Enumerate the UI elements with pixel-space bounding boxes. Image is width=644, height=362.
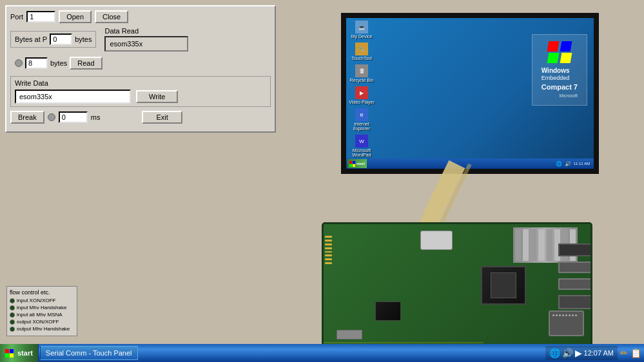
read-bytes-input[interactable]: [25, 57, 48, 69]
circuit-board: [322, 222, 592, 348]
data-read-box: esom335x: [104, 36, 188, 52]
exit-button[interactable]: Exit: [142, 111, 182, 124]
write-data-section: Write Data Write: [10, 76, 271, 107]
data-read-label: Data Read: [104, 27, 139, 35]
write-data-input[interactable]: [15, 90, 131, 104]
desktop-icons: 💻 My Device 🔧 TouchTool 🗑 Recycle Bin ▶ …: [349, 21, 375, 169]
main-chip: [481, 266, 526, 305]
monitor-desktop: 💻 My Device 🔧 TouchTool 🗑 Recycle Bin ▶ …: [346, 18, 594, 169]
wifi-module: [420, 231, 453, 250]
system-tray: 🌐 🔊 ▶ 12:07 AM: [545, 346, 618, 360]
flow-item-3: input alt Mhv MSNA: [10, 312, 74, 318]
bytes-at-label: Bytes at P: [15, 35, 47, 43]
vga-port: [549, 310, 584, 336]
write-data-label: Write Data: [15, 79, 266, 87]
flow-led-4: [10, 319, 15, 325]
ports-right: [558, 243, 590, 309]
write-button[interactable]: Write: [136, 90, 178, 103]
flow-label-3: input alt Mhv MSNA: [17, 312, 63, 318]
break-button[interactable]: Break: [10, 111, 44, 124]
desktop-icon-video: ▶ Video Player: [349, 86, 375, 104]
break-row: Break ms Exit: [10, 111, 271, 124]
monitor-win-branding: Windows Embedded Compact 7 Microsoft: [532, 34, 587, 106]
flow-item-4: output XON/XOFF: [10, 319, 74, 325]
read-button[interactable]: Read: [70, 57, 102, 70]
start-button[interactable]: start: [0, 344, 39, 362]
port-input[interactable]: [26, 11, 55, 23]
clock-display: 12:07 AM: [584, 349, 614, 357]
monitor-win-compact: Compact 7: [542, 82, 578, 91]
copy-tray-icon: 📋: [630, 348, 641, 358]
taskbar: start Serial Comm - Touch Panel 🌐 🔊 ▶ 12…: [0, 344, 644, 362]
start-logo: [5, 349, 14, 357]
desktop-icon-wordpad: W Microsoft WordPad: [349, 135, 375, 157]
port-row: Port Open Close: [10, 10, 271, 23]
flow-led-1: [10, 298, 15, 303]
flow-control-title: flow control etc.: [10, 289, 74, 296]
arrow-tray-icon: ▶: [575, 348, 582, 357]
flow-item-2: input Mhv Handshake: [10, 305, 74, 310]
break-indicator: [48, 113, 55, 121]
bytes-at-row: Bytes at P bytes Data Read esom335x: [10, 27, 271, 52]
close-button[interactable]: Close: [95, 10, 128, 23]
flow-led-3: [10, 312, 15, 318]
flow-led-5: [10, 327, 15, 332]
edit-tray-icon: ✏: [620, 348, 628, 358]
flow-led-2: [10, 305, 15, 310]
desktop-icon-touchtool: 🔧 TouchTool: [349, 43, 375, 61]
monitor-screen: 💻 My Device 🔧 TouchTool 🗑 Recycle Bin ▶ …: [341, 13, 599, 174]
monitor-win-brand: Microsoft: [542, 93, 578, 99]
taskbar-right: 🌐 🔊 ▶ 12:07 AM ✏ 📋: [545, 344, 644, 362]
usb-port-1: [558, 262, 590, 273]
speaker-tray-icon: 🔊: [562, 348, 573, 357]
bytes-at-input[interactable]: [50, 33, 72, 45]
open-button[interactable]: Open: [59, 10, 92, 23]
left-connectors: [324, 234, 333, 266]
small-chip: [375, 301, 401, 321]
desktop-icon-recycle: 🗑 Recycle Bin: [349, 64, 375, 82]
flow-item-1: input XON/XOFF: [10, 298, 74, 303]
flow-label-2: input Mhv Handshake: [17, 305, 66, 310]
start-label: start: [17, 349, 33, 357]
flow-label-4: output XON/XOFF: [17, 319, 59, 325]
taskbar-app-label: Serial Comm - Touch Panel: [46, 349, 132, 357]
hdmi-port: [558, 243, 590, 256]
network-tray-icon: 🌐: [549, 348, 560, 357]
desktop-icon-mydevice: 💻 My Device: [349, 21, 375, 39]
flow-label-1: input XON/XOFF: [17, 298, 55, 303]
port-label: Port: [10, 13, 23, 21]
flow-label-5: output Mhv Handshake: [17, 326, 70, 332]
bytes-unit: bytes: [75, 35, 92, 43]
monitor-win-embedded: Embedded: [542, 75, 578, 82]
monitor-area: 💻 My Device 🔧 TouchTool 🗑 Recycle Bin ▶ …: [322, 13, 625, 290]
pcb-trace-2: [324, 342, 483, 343]
desktop-icon-ie: e Internet Explorer: [349, 108, 375, 131]
data-read-value: esom335x: [110, 40, 142, 48]
monitor-win-text: Windows Embedded Compact 7 Microsoft: [542, 66, 578, 99]
break-unit: ms: [91, 113, 101, 121]
sd-slot: [337, 330, 362, 339]
flow-item-5: output Mhv Handshake: [10, 326, 74, 332]
read-bytes-unit: bytes: [50, 59, 67, 67]
ethernet-port: [558, 295, 590, 309]
serial-panel: Port Open Close Bytes at P bytes Data Re…: [5, 5, 276, 133]
monitor-start-button: start: [347, 159, 367, 168]
read-indicator: [15, 59, 23, 67]
flow-control-panel: flow control etc. input XON/XOFF input M…: [6, 286, 77, 336]
monitor-win-logo: [542, 41, 578, 63]
monitor-win-word: Windows: [542, 66, 578, 75]
usb-port-2: [558, 278, 590, 290]
read-row: bytes Read: [10, 54, 271, 72]
break-input[interactable]: [59, 111, 88, 123]
taskbar-app-item[interactable]: Serial Comm - Touch Panel: [40, 346, 138, 360]
